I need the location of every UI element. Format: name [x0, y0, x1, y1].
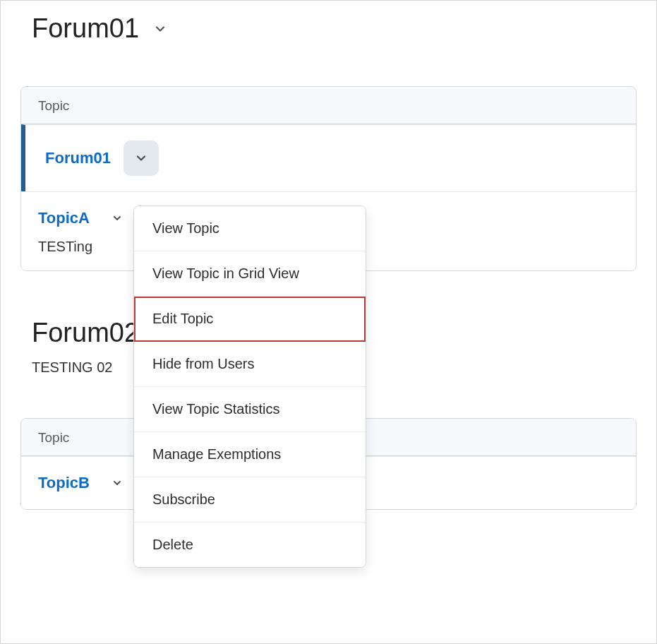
- forum-title: Forum01: [32, 13, 139, 44]
- chevron-down-icon: [153, 22, 167, 36]
- menu-delete[interactable]: Delete: [134, 523, 366, 567]
- chevron-down-icon: [111, 477, 123, 489]
- menu-view-statistics[interactable]: View Topic Statistics: [134, 387, 366, 432]
- chevron-down-icon: [111, 213, 123, 224]
- topic-actions-button[interactable]: [107, 472, 128, 494]
- topic-row-forum01: Forum01: [21, 124, 636, 191]
- forum-title: Forum02: [32, 318, 139, 348]
- topic-actions-menu: View Topic View Topic in Grid View Edit …: [133, 205, 366, 568]
- menu-view-grid[interactable]: View Topic in Grid View: [134, 251, 366, 297]
- topic-link[interactable]: Forum01: [45, 149, 111, 167]
- menu-hide-from-users[interactable]: Hide from Users: [134, 342, 366, 387]
- topic-link[interactable]: TopicA: [38, 209, 90, 227]
- menu-manage-exemptions[interactable]: Manage Exemptions: [134, 432, 366, 477]
- menu-edit-topic[interactable]: Edit Topic: [134, 297, 366, 342]
- forum-actions-button[interactable]: [150, 19, 170, 39]
- topic-actions-button[interactable]: [123, 141, 159, 176]
- topic-link[interactable]: TopicB: [38, 474, 90, 492]
- topic-actions-button[interactable]: [107, 208, 128, 229]
- menu-view-topic[interactable]: View Topic: [134, 206, 366, 251]
- forum-header: Forum01: [1, 13, 656, 44]
- topic-column-header: Topic: [21, 87, 636, 124]
- chevron-down-icon: [134, 151, 148, 165]
- menu-subscribe[interactable]: Subscribe: [134, 477, 366, 523]
